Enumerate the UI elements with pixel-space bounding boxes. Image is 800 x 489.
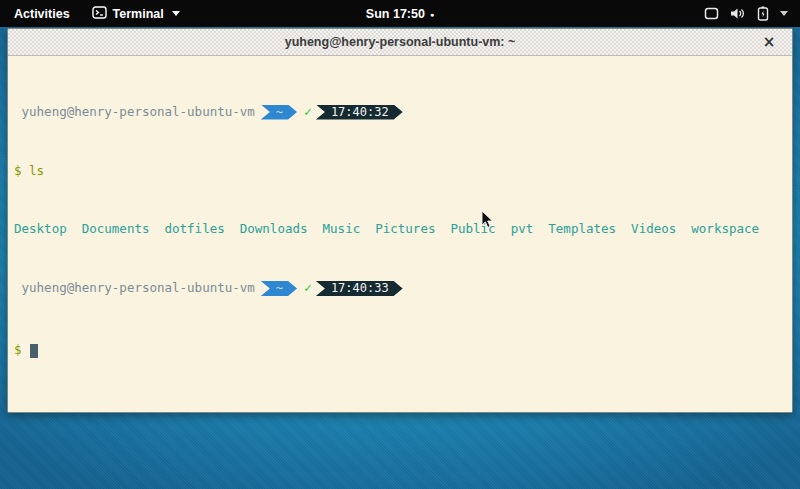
desktop: { "topbar": { "activities_label": "Activ…	[0, 0, 800, 489]
prompt-line: yuheng@henry-personal-ubuntu-vm ~ ✓ 17:4…	[14, 104, 792, 121]
activities-button[interactable]: Activities	[10, 5, 74, 23]
app-menu-chevron-icon	[172, 11, 180, 16]
clock-label: Sun 17:50	[366, 7, 425, 21]
prompt-time-segment: 17:40:33	[316, 281, 403, 296]
app-menu-label: Terminal	[113, 7, 164, 21]
ls-output-line: Desktop Documents dotfiles Downloads Mus…	[14, 223, 792, 237]
notification-dot-icon: ●	[430, 11, 434, 18]
chevron-down-icon	[780, 11, 788, 16]
command-text: ls	[29, 164, 44, 179]
top-bar: Activities Terminal Sun 17:50 ●	[0, 0, 800, 27]
prompt-time-segment: 17:40:32	[316, 105, 403, 120]
display-icon	[704, 7, 719, 20]
prompt-path-segment: ~	[261, 281, 297, 296]
terminal-viewport[interactable]: yuheng@henry-personal-ubuntu-vm ~ ✓ 17:4…	[8, 56, 792, 412]
window-title: yuheng@henry-personal-ubuntu-vm: ~	[285, 35, 516, 49]
prompt-line: yuheng@henry-personal-ubuntu-vm ~ ✓ 17:4…	[14, 280, 792, 297]
app-menu-terminal[interactable]: Terminal	[92, 6, 180, 22]
status-check-icon: ✓	[304, 105, 312, 120]
system-tray[interactable]	[700, 0, 792, 27]
close-button[interactable]: ×	[760, 33, 778, 51]
status-check-icon: ✓	[304, 281, 312, 296]
text-cursor-block	[30, 344, 38, 358]
directory-list: Desktop Documents dotfiles Downloads Mus…	[14, 222, 759, 237]
volume-icon	[730, 7, 746, 20]
prompt-symbol: $	[14, 343, 29, 358]
battery-charging-icon	[757, 6, 769, 21]
window-titlebar[interactable]: yuheng@henry-personal-ubuntu-vm: ~ ×	[8, 29, 792, 56]
prompt-user-host: yuheng@henry-personal-ubuntu-vm	[14, 281, 255, 296]
clock-button[interactable]: Sun 17:50 ●	[366, 7, 434, 21]
terminal-app-icon	[92, 6, 107, 22]
prompt-path-segment: ~	[261, 105, 297, 120]
prompt-user-host: yuheng@henry-personal-ubuntu-vm	[14, 105, 255, 120]
input-line: $	[14, 343, 792, 359]
terminal-window: yuheng@henry-personal-ubuntu-vm: ~ × yuh…	[7, 28, 793, 413]
command-line: $ ls	[14, 164, 792, 179]
prompt-symbol: $	[14, 164, 29, 179]
